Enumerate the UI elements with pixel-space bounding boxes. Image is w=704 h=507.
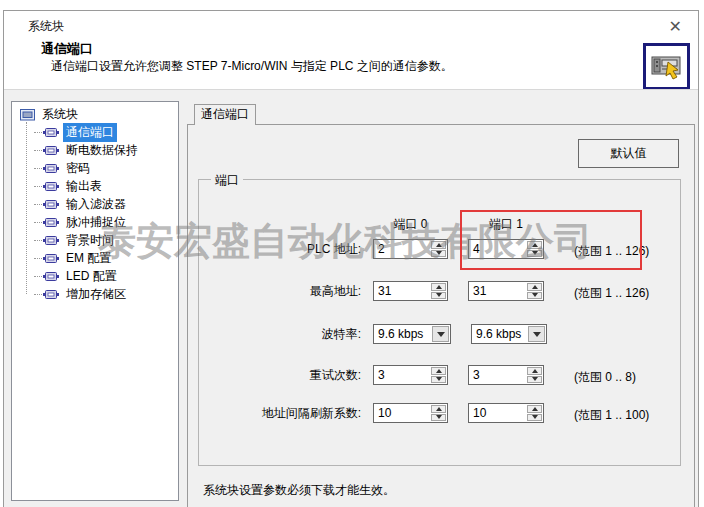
spinner-value[interactable]: 10 bbox=[374, 404, 430, 422]
tree-connector-line bbox=[26, 122, 27, 294]
sidebar-item-password[interactable]: 密码 bbox=[18, 159, 176, 177]
sidebar-item-label: LED 配置 bbox=[63, 267, 120, 286]
module-icon bbox=[43, 127, 59, 138]
highest-address-port1-spinner[interactable]: 31 bbox=[468, 281, 544, 301]
tree-root-label: 系统块 bbox=[39, 105, 81, 124]
retry-count-range: (范围 0 .. 8) bbox=[574, 369, 636, 386]
sidebar-item-add-memory[interactable]: 增加存储区 bbox=[18, 285, 176, 303]
spin-up-button[interactable] bbox=[431, 367, 446, 375]
sidebar-item-label: 背景时间 bbox=[63, 231, 117, 250]
port-group-title: 端口 bbox=[211, 172, 243, 189]
spin-up-button[interactable] bbox=[431, 405, 446, 413]
spin-down-button[interactable] bbox=[431, 376, 446, 384]
spin-down-button[interactable] bbox=[527, 414, 542, 422]
plc-address-label: PLC 地址: bbox=[307, 241, 361, 258]
plc-address-range: (范围 1 .. 126) bbox=[574, 243, 649, 260]
baud-rate-port1-dropdown[interactable]: 9.6 kbps bbox=[471, 324, 547, 344]
sidebar-item-background-time[interactable]: 背景时间 bbox=[18, 231, 176, 249]
sidebar-item-label: 密码 bbox=[63, 159, 93, 178]
highest-address-port0-spinner[interactable]: 31 bbox=[373, 281, 448, 301]
dropdown-value[interactable]: 9.6 kbps bbox=[374, 325, 431, 343]
module-icon bbox=[43, 289, 59, 300]
plc-address-port0-spinner[interactable]: 2 bbox=[373, 239, 448, 259]
plc-address-port1-spinner[interactable]: 4 bbox=[468, 239, 544, 259]
column-header-port0: 端口 0 bbox=[373, 216, 448, 233]
spin-up-button[interactable] bbox=[527, 405, 542, 413]
sidebar-item-label: 断电数据保持 bbox=[63, 141, 141, 160]
spinner-value[interactable]: 31 bbox=[469, 282, 526, 300]
spinner-value[interactable]: 3 bbox=[374, 366, 430, 384]
module-icon bbox=[43, 253, 59, 264]
download-note: 系统块设置参数必须下载才能生效。 bbox=[203, 482, 395, 499]
spin-up-button[interactable] bbox=[431, 283, 446, 291]
window-title: 系统块 bbox=[28, 18, 64, 35]
spin-up-button[interactable] bbox=[527, 367, 542, 375]
spin-down-button[interactable] bbox=[431, 414, 446, 422]
sidebar-item-label: 脉冲捕捉位 bbox=[63, 213, 129, 232]
spinner-value[interactable]: 2 bbox=[374, 240, 430, 258]
plc-module-edit-icon bbox=[643, 43, 690, 90]
gap-refresh-label: 地址间隔刷新系数: bbox=[262, 405, 361, 422]
module-icon bbox=[43, 199, 59, 210]
spin-down-button[interactable] bbox=[431, 250, 446, 258]
module-icon bbox=[43, 145, 59, 156]
baud-rate-label: 波特率: bbox=[322, 326, 361, 343]
plc-module-graphic bbox=[649, 49, 684, 84]
system-block-tree-panel: 系统块 通信端口 断电数据保持 密码 输出表 bbox=[11, 101, 179, 501]
retry-count-port1-spinner[interactable]: 3 bbox=[468, 365, 544, 385]
system-block-dialog: 系统块 ✕ 通信端口 通信端口设置允许您调整 STEP 7-Micro/WIN … bbox=[3, 10, 699, 507]
gap-refresh-port0-spinner[interactable]: 10 bbox=[373, 403, 448, 423]
module-icon bbox=[43, 235, 59, 246]
module-icon bbox=[43, 181, 59, 192]
retry-count-port0-spinner[interactable]: 3 bbox=[373, 365, 448, 385]
page-title: 通信端口 bbox=[41, 40, 93, 58]
sidebar-item-comm-port[interactable]: 通信端口 bbox=[18, 123, 176, 141]
sidebar-item-label: 增加存储区 bbox=[63, 285, 129, 304]
spin-up-button[interactable] bbox=[431, 241, 446, 249]
chevron-down-icon[interactable] bbox=[432, 326, 449, 342]
spinner-value[interactable]: 31 bbox=[374, 282, 430, 300]
highest-address-range: (范围 1 .. 126) bbox=[574, 285, 649, 302]
baud-rate-port0-dropdown[interactable]: 9.6 kbps bbox=[373, 324, 451, 344]
system-block-icon bbox=[20, 108, 35, 121]
tab-comm-port[interactable]: 通信端口 bbox=[194, 104, 256, 125]
dropdown-value[interactable]: 9.6 kbps bbox=[472, 325, 527, 343]
tree-root-system-block[interactable]: 系统块 bbox=[18, 105, 176, 123]
sidebar-item-label: 输出表 bbox=[63, 177, 105, 196]
sidebar-item-label: 输入滤波器 bbox=[63, 195, 129, 214]
spinner-value[interactable]: 10 bbox=[469, 404, 526, 422]
sidebar-item-label: EM 配置 bbox=[63, 249, 114, 268]
sidebar-item-data-retention[interactable]: 断电数据保持 bbox=[18, 141, 176, 159]
module-icon bbox=[43, 271, 59, 282]
column-header-port1: 端口 1 bbox=[468, 216, 544, 233]
spin-down-button[interactable] bbox=[527, 376, 542, 384]
spin-down-button[interactable] bbox=[527, 250, 542, 258]
gap-refresh-range: (范围 1 .. 100) bbox=[574, 407, 649, 424]
close-icon[interactable]: ✕ bbox=[663, 15, 688, 38]
sidebar-item-em-config[interactable]: EM 配置 bbox=[18, 249, 176, 267]
spinner-value[interactable]: 4 bbox=[469, 240, 526, 258]
spin-up-button[interactable] bbox=[527, 283, 542, 291]
defaults-button[interactable]: 默认值 bbox=[578, 139, 679, 168]
sidebar-item-output-table[interactable]: 输出表 bbox=[18, 177, 176, 195]
page-description: 通信端口设置允许您调整 STEP 7-Micro/WIN 与指定 PLC 之间的… bbox=[51, 58, 453, 75]
module-icon bbox=[43, 217, 59, 228]
spinner-value[interactable]: 3 bbox=[469, 366, 526, 384]
spin-up-button[interactable] bbox=[527, 241, 542, 249]
spin-down-button[interactable] bbox=[431, 292, 446, 300]
sidebar-item-input-filter[interactable]: 输入滤波器 bbox=[18, 195, 176, 213]
sidebar-item-label: 通信端口 bbox=[63, 123, 117, 142]
highest-address-label: 最高地址: bbox=[310, 283, 361, 300]
sidebar-item-led-config[interactable]: LED 配置 bbox=[18, 267, 176, 285]
spin-down-button[interactable] bbox=[527, 292, 542, 300]
sidebar-item-pulse-catch[interactable]: 脉冲捕捉位 bbox=[18, 213, 176, 231]
chevron-down-icon[interactable] bbox=[528, 326, 545, 342]
gap-refresh-port1-spinner[interactable]: 10 bbox=[468, 403, 544, 423]
module-icon bbox=[43, 163, 59, 174]
retry-count-label: 重试次数: bbox=[310, 367, 361, 384]
